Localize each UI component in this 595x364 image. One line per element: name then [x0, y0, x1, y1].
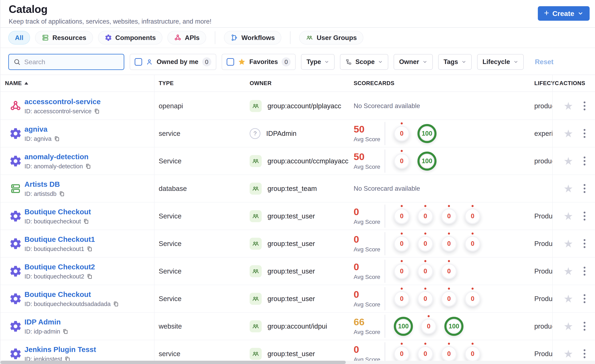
more-options-icon[interactable] [582, 238, 587, 249]
favorite-star-icon[interactable]: ★ [564, 183, 573, 194]
owner-label: group:test_user [268, 212, 315, 220]
search-box[interactable] [8, 54, 124, 70]
scorecard-score-circle[interactable]: 0 [465, 208, 481, 224]
favorite-star-icon[interactable]: ★ [564, 211, 573, 222]
scorecard-score-circle[interactable]: 0 [465, 236, 481, 252]
tab-components[interactable]: Components [98, 31, 163, 44]
more-options-icon[interactable] [582, 183, 587, 194]
more-options-icon[interactable] [582, 321, 587, 332]
tab-workflows[interactable]: Workflows [224, 31, 281, 44]
owner-dropdown[interactable]: Owner [394, 54, 432, 70]
copy-icon[interactable] [87, 246, 92, 252]
copy-icon[interactable] [54, 136, 60, 141]
tab-all[interactable]: All [8, 31, 30, 44]
workflow-icon [231, 34, 238, 42]
scorecard-score-circle[interactable]: 0 [418, 208, 433, 224]
entity-name-link[interactable]: agniva [24, 125, 47, 133]
column-header-type[interactable]: TYPE [159, 80, 174, 87]
tab-user-groups[interactable]: User Groups [299, 31, 363, 44]
horizontal-scrollbar-thumb[interactable] [0, 361, 346, 364]
favorite-star-icon[interactable]: ★ [564, 156, 573, 167]
scorecard-score-circle[interactable]: 0 [441, 263, 457, 279]
entity-name-link[interactable]: Boutique Checkout2 [24, 263, 95, 271]
scorecard-score-circle[interactable]: 0 [465, 291, 481, 307]
scorecard-score-circle[interactable]: 0 [394, 263, 410, 279]
filter-bar: Owned by me 0 Favorites 0 Type Scope Own… [0, 50, 595, 73]
type-dropdown[interactable]: Type [301, 54, 335, 70]
entity-name-link[interactable]: Jenkins Plugin Tesst [24, 345, 96, 353]
favorite-star-icon[interactable]: ★ [564, 293, 573, 304]
scorecard-score-circle[interactable]: 0 [394, 153, 410, 169]
scorecard-score-circle[interactable]: 0 [441, 236, 457, 252]
more-options-icon[interactable] [582, 293, 587, 304]
copy-icon[interactable] [63, 329, 68, 334]
favorite-star-icon[interactable]: ★ [564, 349, 573, 359]
owned-by-me-checkbox[interactable] [135, 58, 142, 66]
scorecard-score-circle[interactable]: 0 [418, 346, 433, 362]
entity-name-link[interactable]: Boutique Checkout [24, 208, 91, 216]
scorecard-score-circle[interactable]: 0 [418, 236, 433, 252]
scorecard-score-circle[interactable]: 0 [465, 346, 481, 362]
scorecard-score-circle[interactable]: 100 [418, 124, 437, 143]
entity-name-link[interactable]: anomaly-detection [24, 152, 88, 161]
copy-icon[interactable] [85, 163, 91, 169]
create-button[interactable]: + Create [538, 6, 590, 21]
column-header-owner[interactable]: OWNER [250, 80, 272, 87]
tab-resources[interactable]: Resources [35, 31, 93, 44]
scorecard-circles: 000 [394, 263, 457, 279]
scorecard-score-circle[interactable]: 0 [394, 291, 410, 307]
more-options-icon[interactable] [582, 348, 587, 359]
lifecycle-dropdown[interactable]: Lifecycle [477, 54, 524, 70]
favorite-star-icon[interactable]: ★ [564, 238, 573, 249]
more-options-icon[interactable] [582, 210, 587, 222]
favorite-star-icon[interactable]: ★ [564, 321, 573, 332]
owned-by-me-filter[interactable]: Owned by me 0 [130, 54, 216, 70]
tags-dropdown[interactable]: Tags [438, 54, 472, 70]
scorecard-score-circle[interactable]: 0 [394, 126, 410, 141]
favorites-filter[interactable]: Favorites 0 [222, 54, 296, 70]
copy-icon[interactable] [87, 273, 92, 279]
copy-icon[interactable] [113, 301, 119, 307]
copy-icon[interactable] [59, 191, 65, 196]
scope-dropdown[interactable]: Scope [340, 54, 388, 70]
scorecard-score-circle[interactable]: 0 [441, 291, 457, 307]
scorecard-score-circle[interactable]: 0 [418, 291, 433, 307]
tab-apis[interactable]: APIs [167, 31, 206, 44]
favorite-star-icon[interactable]: ★ [564, 266, 573, 277]
scorecard-score-circle[interactable]: 100 [394, 317, 413, 336]
reset-filters-link[interactable]: Reset [535, 58, 553, 66]
more-options-icon[interactable] [582, 266, 587, 277]
entity-type: service [159, 130, 180, 138]
more-options-icon[interactable] [582, 128, 587, 139]
scorecard-score-circle[interactable]: 0 [394, 208, 410, 224]
copy-icon[interactable] [94, 108, 100, 114]
gear-icon [9, 265, 22, 278]
entity-name-link[interactable]: Boutique Checkout [24, 290, 91, 298]
entity-name-link[interactable]: Artists DB [24, 180, 60, 188]
horizontal-scrollbar[interactable] [0, 361, 595, 364]
column-header-scorecards[interactable]: SCORECARDS [354, 80, 395, 87]
entity-name-link[interactable]: IDP Admin [24, 318, 61, 326]
group-icon [250, 320, 262, 332]
favorite-star-icon[interactable]: ★ [564, 101, 573, 111]
scorecard-score-circle[interactable]: 0 [394, 346, 410, 362]
scorecard-score-circle[interactable]: 0 [441, 346, 457, 362]
scorecard-score-circle[interactable]: 0 [421, 318, 437, 334]
more-options-icon[interactable] [582, 100, 587, 112]
favorites-checkbox[interactable] [227, 58, 234, 66]
scorecard-circles: 0100 [394, 124, 437, 143]
column-header-lifecycle[interactable]: LIFECYC [534, 80, 559, 87]
scorecard-score-circle[interactable]: 0 [441, 208, 457, 224]
table-row: anomaly-detection ID: anomaly-detection … [0, 147, 595, 175]
column-header-name[interactable]: NAME [5, 80, 28, 87]
entity-name-link[interactable]: Boutique Checkout1 [24, 235, 95, 243]
more-options-icon[interactable] [582, 155, 587, 167]
copy-icon[interactable] [83, 218, 89, 224]
scorecard-score-circle[interactable]: 0 [418, 263, 433, 279]
favorite-star-icon[interactable]: ★ [564, 128, 573, 139]
scorecard-score-circle[interactable]: 100 [418, 152, 437, 171]
entity-name-link[interactable]: accesscontrol-service [24, 97, 101, 105]
search-input[interactable] [24, 58, 119, 66]
scorecard-score-circle[interactable]: 0 [394, 236, 410, 252]
scorecard-score-circle[interactable]: 100 [444, 317, 463, 336]
